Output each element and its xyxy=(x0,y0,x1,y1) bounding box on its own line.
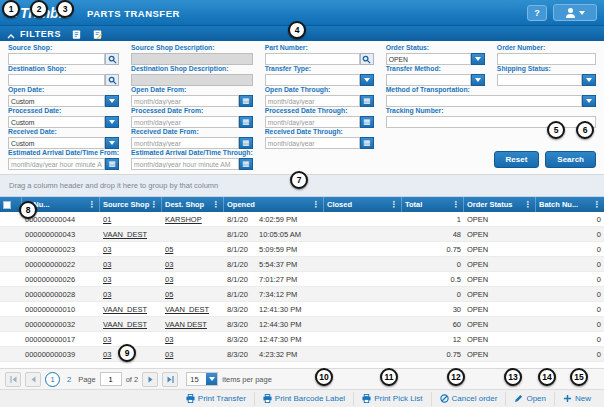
received-date-select[interactable]: Custom xyxy=(8,137,105,149)
edit-search-icon[interactable] xyxy=(92,28,103,40)
row-select-cell[interactable] xyxy=(0,317,22,331)
calendar-icon[interactable]: ▦ xyxy=(360,116,374,128)
table-row[interactable]: 00000000001703038/3/2012:47:30 PM12OPEN0 xyxy=(0,332,604,347)
method-of-transportation-select[interactable] xyxy=(386,95,582,107)
chevron-down-icon[interactable] xyxy=(105,116,119,128)
search-button[interactable]: Search xyxy=(545,151,596,168)
row-select-cell[interactable] xyxy=(0,287,22,301)
chevron-down-icon[interactable] xyxy=(360,74,374,86)
calendar-icon[interactable]: ▦ xyxy=(239,137,253,149)
page-size-select[interactable]: 15 xyxy=(186,372,218,386)
transfer-method-select[interactable] xyxy=(386,74,471,86)
column-header-source-shop[interactable]: Source Shop⋮ xyxy=(100,197,162,212)
row-select-cell[interactable] xyxy=(0,272,22,286)
column-header-closed[interactable]: Closed⋮ xyxy=(324,197,402,212)
calendar-icon[interactable]: ▦ xyxy=(239,116,253,128)
column-header-total[interactable]: Total⋮ xyxy=(402,197,464,212)
page-2-button[interactable]: 2 xyxy=(64,375,74,384)
order-number-input[interactable] xyxy=(497,53,596,65)
cancel-order-button[interactable]: Cancel order xyxy=(431,392,506,406)
chevron-down-icon[interactable] xyxy=(471,53,485,65)
processed-date-through-input[interactable] xyxy=(265,116,360,128)
column-menu-icon[interactable]: ⋮ xyxy=(312,200,320,209)
shop-link[interactable]: 01 xyxy=(103,215,111,224)
received-date-through-input[interactable] xyxy=(265,137,360,149)
chevron-down-icon[interactable] xyxy=(105,95,119,107)
row-select-cell[interactable] xyxy=(0,302,22,316)
column-header-opened[interactable]: Opened⋮ xyxy=(224,197,324,212)
column-menu-icon[interactable]: ⋮ xyxy=(150,200,158,209)
calendar-icon[interactable]: ▦ xyxy=(105,158,119,170)
received-date-from-input[interactable] xyxy=(131,137,239,149)
first-page-button[interactable] xyxy=(5,372,21,387)
shop-link[interactable]: VAAN_DEST xyxy=(165,305,209,314)
shop-link[interactable]: VAAN DEST xyxy=(165,320,207,329)
shop-link[interactable]: 03 xyxy=(103,350,111,359)
save-search-icon[interactable] xyxy=(71,28,82,40)
open-date-through-input[interactable] xyxy=(265,95,360,107)
shop-link[interactable]: 03 xyxy=(165,275,173,284)
shop-link[interactable]: 05 xyxy=(165,290,173,299)
open-button[interactable]: Open xyxy=(505,392,554,406)
processed-date-from-input[interactable] xyxy=(131,116,239,128)
estimated-arrival-from-input[interactable] xyxy=(8,158,105,170)
shop-link[interactable]: 03 xyxy=(165,335,173,344)
open-date-from-input[interactable] xyxy=(131,95,239,107)
lookup-icon[interactable] xyxy=(360,53,374,65)
shop-link[interactable]: 03 xyxy=(165,260,173,269)
transfer-type-select[interactable] xyxy=(265,74,360,86)
shop-link[interactable]: 03 xyxy=(103,335,111,344)
column-menu-icon[interactable]: ⋮ xyxy=(593,200,601,209)
page-number-input[interactable] xyxy=(100,372,122,386)
table-row[interactable]: 00000000002603038/1/207:01:27 PM0.5OPEN0 xyxy=(0,272,604,287)
row-select-cell[interactable] xyxy=(0,212,22,226)
table-row[interactable]: 000000000010VAAN_DESTVAAN_DEST8/3/2012:4… xyxy=(0,302,604,317)
shop-link[interactable]: VAAN_DEST xyxy=(103,320,147,329)
table-row[interactable]: 000000000043VAAN_DEST8/1/2010:05:05 AM48… xyxy=(0,227,604,242)
lookup-icon[interactable] xyxy=(105,74,119,86)
chevron-down-icon[interactable] xyxy=(471,74,485,86)
next-page-button[interactable] xyxy=(142,372,158,387)
previous-page-button[interactable] xyxy=(25,372,41,387)
column-menu-icon[interactable]: ⋮ xyxy=(390,200,398,209)
last-page-button[interactable] xyxy=(162,372,178,387)
print-transfer-button[interactable]: Print Transfer xyxy=(178,392,254,406)
help-button[interactable]: ? xyxy=(527,5,547,21)
calendar-icon[interactable]: ▦ xyxy=(239,95,253,107)
row-select-cell[interactable] xyxy=(0,227,22,241)
print-pick-list-button[interactable]: Print Pick List xyxy=(353,392,430,406)
page-1-button[interactable]: 1 xyxy=(45,372,60,387)
column-menu-icon[interactable]: ⋮ xyxy=(524,200,532,209)
order-status-select[interactable]: OPEN xyxy=(386,53,471,65)
table-row[interactable]: 00000000002803058/1/207:34:12 PM0OPEN0 xyxy=(0,287,604,302)
processed-date-select[interactable]: Custom xyxy=(8,116,105,128)
shop-link[interactable]: 03 xyxy=(165,350,173,359)
table-row[interactable]: 00000000002303058/1/205:09:59 PM0.75OPEN… xyxy=(0,242,604,257)
row-select-cell[interactable] xyxy=(0,242,22,256)
column-menu-icon[interactable]: ⋮ xyxy=(452,200,460,209)
column-menu-icon[interactable]: ⋮ xyxy=(212,200,220,209)
shop-link[interactable]: VAAN_DEST xyxy=(103,305,147,314)
shop-link[interactable]: 03 xyxy=(103,260,111,269)
shop-link[interactable]: 03 xyxy=(103,290,111,299)
row-select-cell[interactable] xyxy=(0,257,22,271)
calendar-icon[interactable]: ▦ xyxy=(360,137,374,149)
table-row[interactable]: 000000000032VAAN_DESTVAAN DEST8/3/2012:4… xyxy=(0,317,604,332)
shop-link[interactable]: 05 xyxy=(165,245,173,254)
calendar-icon[interactable]: ▦ xyxy=(360,95,374,107)
new-button[interactable]: New xyxy=(554,392,599,406)
chevron-down-icon[interactable] xyxy=(105,137,119,149)
lookup-icon[interactable] xyxy=(105,53,119,65)
table-row[interactable]: 00000000003903038/3/204:23:32 PM0.75OPEN… xyxy=(0,347,604,362)
shop-link[interactable]: KARSHOP xyxy=(165,215,202,224)
source-shop-input[interactable] xyxy=(8,53,105,65)
shop-link[interactable]: VAAN_DEST xyxy=(103,230,147,239)
table-row[interactable]: 00000000004401KARSHOP8/1/204:02:59 PM1OP… xyxy=(0,212,604,227)
reset-button[interactable]: Reset xyxy=(494,151,540,168)
user-menu-button[interactable] xyxy=(553,4,597,21)
shipping-status-select[interactable] xyxy=(497,74,582,86)
column-menu-icon[interactable]: ⋮ xyxy=(88,200,96,209)
estimated-arrival-through-input[interactable] xyxy=(131,158,239,170)
print-barcode-label-button[interactable]: Print Barcode Label xyxy=(254,392,353,406)
open-date-select[interactable]: Custom xyxy=(8,95,105,107)
